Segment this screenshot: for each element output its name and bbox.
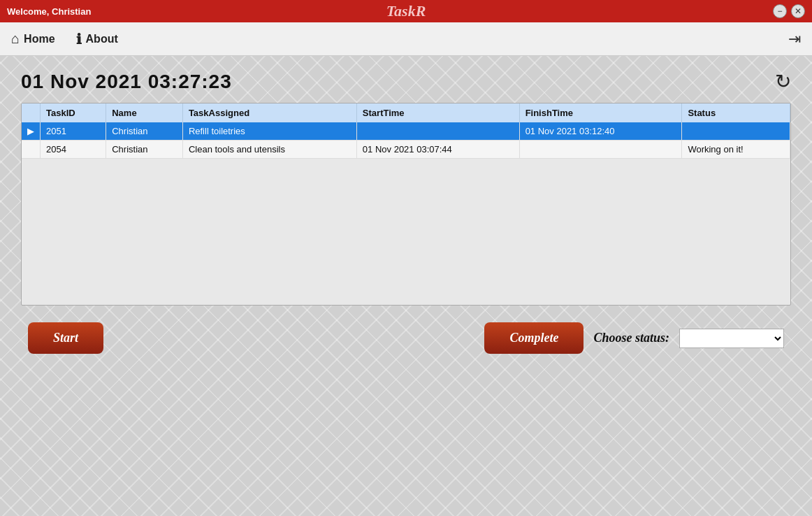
- table-row[interactable]: 2054ChristianClean tools and utensils01 …: [22, 141, 790, 159]
- col-status: Status: [682, 103, 790, 122]
- table-cell-0-3: Refill toiletries: [182, 122, 356, 141]
- table-cell-1-5: [519, 141, 682, 159]
- table-cell-1-0: [22, 141, 41, 159]
- window-controls: − ✕: [773, 4, 805, 18]
- datetime-row: 01 Nov 2021 03:27:23 ↻: [21, 70, 791, 93]
- logout-button[interactable]: ⇥: [788, 30, 801, 48]
- table-cell-0-0: ▶: [22, 122, 41, 141]
- about-nav-item[interactable]: ℹ About: [76, 31, 118, 48]
- col-finishtime: FinishTime: [519, 103, 682, 122]
- task-table: TaskID Name TaskAssigned StartTime Finis…: [22, 103, 790, 159]
- nav-bar: ⌂ Home ℹ About ⇥: [0, 22, 812, 56]
- home-nav-item[interactable]: ⌂ Home: [11, 31, 55, 47]
- table-cell-0-5: 01 Nov 2021 03:12:40: [519, 122, 682, 141]
- col-taskid: TaskID: [41, 103, 106, 122]
- table-cell-0-4: [356, 122, 519, 141]
- refresh-button[interactable]: ↻: [775, 70, 791, 93]
- table-cell-1-6: Working on it!: [682, 141, 790, 159]
- complete-section: Complete Choose status: Working on it!Co…: [484, 322, 784, 354]
- table-cell-0-2: Christian: [106, 122, 183, 141]
- welcome-text: Welcome, Christian: [7, 6, 91, 17]
- title-bar: Welcome, Christian TaskR − ✕: [0, 0, 812, 22]
- start-button[interactable]: Start: [28, 322, 103, 354]
- about-label: About: [86, 33, 118, 45]
- col-indicator: [22, 103, 41, 122]
- col-taskassigned: TaskAssigned: [182, 103, 356, 122]
- table-cell-1-4: 01 Nov 2021 03:07:44: [356, 141, 519, 159]
- table-cell-1-3: Clean tools and utensils: [182, 141, 356, 159]
- table-cell-1-2: Christian: [106, 141, 183, 159]
- table-cell-0-1: 2051: [41, 122, 106, 141]
- app-title: TaskR: [386, 2, 426, 20]
- datetime-display: 01 Nov 2021 03:27:23: [21, 71, 232, 93]
- table-cell-0-6: [682, 122, 790, 141]
- table-header-row: TaskID Name TaskAssigned StartTime Finis…: [22, 103, 790, 122]
- task-table-container: TaskID Name TaskAssigned StartTime Finis…: [21, 103, 791, 306]
- close-icon: ✕: [795, 6, 802, 16]
- table-row[interactable]: ▶2051ChristianRefill toiletries01 Nov 20…: [22, 122, 790, 141]
- col-starttime: StartTime: [356, 103, 519, 122]
- info-icon: ℹ: [76, 31, 82, 48]
- home-icon: ⌂: [11, 31, 20, 47]
- minimize-button[interactable]: −: [773, 4, 787, 18]
- minimize-icon: −: [777, 6, 782, 16]
- table-cell-1-1: 2054: [41, 141, 106, 159]
- status-dropdown[interactable]: Working on it!CompleteNot Started: [679, 329, 784, 348]
- home-label: Home: [24, 33, 55, 45]
- complete-button[interactable]: Complete: [484, 322, 583, 354]
- choose-status-label: Choose status:: [593, 331, 669, 345]
- main-content: 01 Nov 2021 03:27:23 ↻ TaskID Name TaskA…: [0, 56, 812, 368]
- close-button[interactable]: ✕: [791, 4, 805, 18]
- col-name: Name: [106, 103, 183, 122]
- table-body: ▶2051ChristianRefill toiletries01 Nov 20…: [22, 122, 790, 159]
- bottom-bar: Start Complete Choose status: Working on…: [21, 322, 791, 354]
